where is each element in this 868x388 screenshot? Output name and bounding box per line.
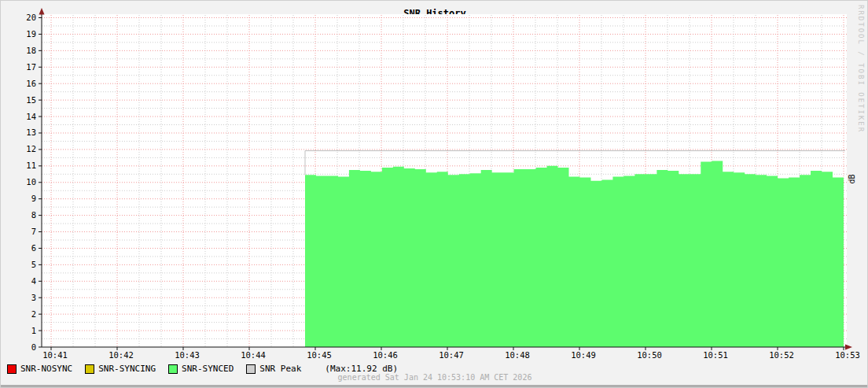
snr-history-chart: 0123456789101112131415161718192010:4110:…: [1, 1, 868, 388]
y-tick-label: 10: [26, 177, 36, 187]
x-tick-label: 10:41: [42, 350, 68, 360]
y-tick-label: 14: [26, 112, 36, 121]
y-tick-label: 20: [26, 13, 36, 22]
x-tick-label: 10:44: [241, 350, 266, 360]
generated-timestamp: generated Sat Jan 24 10:53:10 AM CET 202…: [1, 373, 868, 382]
x-tick-label: 10:48: [505, 350, 530, 360]
y-tick-label: 15: [26, 95, 36, 105]
y-tick-label: 2: [31, 309, 36, 319]
y-tick-label: 13: [26, 127, 36, 137]
y-tick-label: 9: [31, 194, 36, 203]
y-tick-label: 18: [26, 46, 36, 55]
x-tick-label: 10:43: [175, 350, 200, 360]
y-tick-label: 12: [26, 144, 36, 153]
y-tick-label: 16: [26, 79, 36, 88]
synced-swatch-icon: [168, 364, 178, 374]
x-tick-label: 10:53: [835, 350, 860, 360]
y-tick-label: 7: [31, 227, 36, 236]
x-axis-arrow-icon: [845, 345, 852, 350]
x-tick-label: 10:52: [769, 350, 794, 360]
peak-swatch-icon: [246, 364, 256, 374]
y-axis-arrow-icon: [39, 8, 45, 15]
y-tick-label: 4: [31, 276, 36, 286]
x-tick-label: 10:49: [571, 350, 596, 360]
y-tick-label: 8: [31, 210, 36, 220]
snr-synced-area: [305, 161, 844, 347]
y-tick-label: 5: [31, 260, 36, 269]
rrdtool-credit: RRDTOOL / TOBI OETIKER: [857, 5, 865, 133]
x-tick-label: 10:51: [703, 350, 728, 360]
y-tick-label: 1: [31, 326, 36, 335]
y-tick-label: 3: [31, 293, 36, 302]
x-tick-label: 10:47: [439, 350, 464, 360]
y-tick-label: 11: [26, 161, 36, 170]
syncing-swatch-icon: [85, 364, 94, 374]
snr-history-graph: SNR History 0123456789101112131415161718…: [0, 0, 868, 388]
x-tick-label: 10:42: [108, 350, 134, 360]
y-tick-label: 17: [26, 62, 36, 72]
right-axis-unit-label: dB: [848, 170, 856, 189]
x-tick-label: 10:45: [307, 350, 332, 360]
y-tick-label: 19: [26, 29, 36, 39]
bottom-edge-bar: [1, 385, 868, 387]
y-tick-label: 0: [31, 342, 36, 352]
x-tick-label: 10:50: [637, 350, 662, 360]
x-tick-label: 10:46: [373, 350, 398, 360]
y-tick-label: 6: [31, 243, 36, 253]
nosync-swatch-icon: [7, 364, 17, 374]
